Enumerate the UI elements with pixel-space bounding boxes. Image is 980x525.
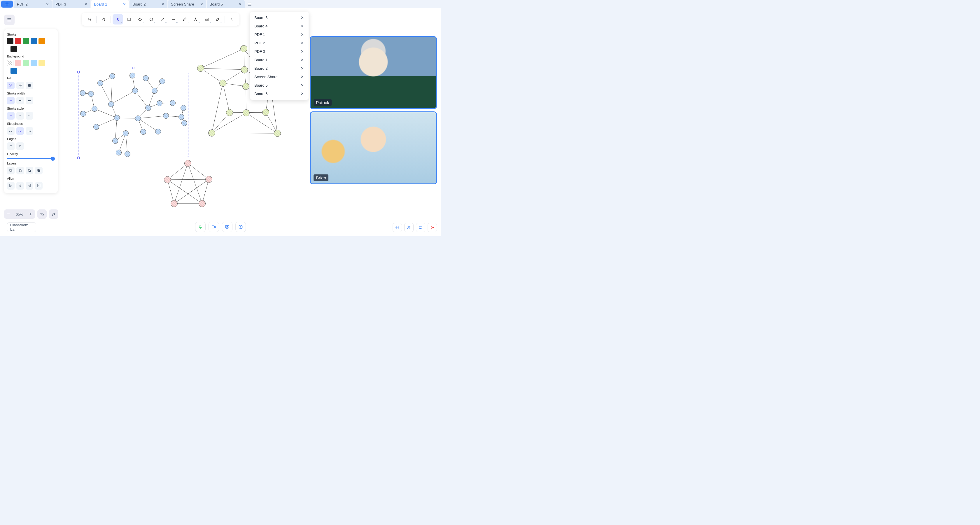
graph-node[interactable] (242, 83, 250, 90)
dropdown-item[interactable]: Board 5✕ (250, 81, 309, 89)
resize-handle-ne[interactable] (187, 71, 189, 73)
svg-rect-76 (200, 225, 201, 228)
graph-node[interactable] (164, 176, 171, 183)
dropdown-item[interactable]: PDF 1✕ (250, 30, 309, 39)
dropdown-item-label: PDF 1 (255, 32, 265, 37)
close-icon[interactable]: ✕ (300, 92, 304, 96)
close-icon[interactable]: ✕ (300, 58, 304, 62)
camera-button[interactable] (208, 222, 219, 232)
svg-line-52 (223, 83, 229, 113)
svg-line-68 (174, 163, 188, 204)
settings-button[interactable] (393, 223, 402, 232)
svg-point-80 (397, 227, 398, 228)
svg-line-63 (212, 83, 223, 133)
close-icon[interactable]: ✕ (300, 75, 304, 79)
svg-line-72 (167, 180, 202, 204)
svg-line-67 (188, 163, 209, 180)
tabs-dropdown: Board 3✕Board 4✕PDF 1✕PDF 2✕PDF 3✕Board … (250, 12, 309, 100)
graph-node[interactable] (171, 200, 178, 207)
svg-point-82 (409, 227, 410, 228)
graph-node[interactable] (226, 109, 233, 116)
dropdown-item[interactable]: Board 1✕ (250, 56, 309, 64)
chat-button[interactable] (416, 223, 425, 232)
video-tile-brien[interactable]: Brien (310, 111, 437, 185)
svg-line-45 (200, 68, 223, 83)
resize-handle-sw[interactable] (77, 157, 80, 159)
call-controls (195, 222, 246, 232)
svg-line-60 (246, 113, 277, 133)
close-icon[interactable]: ✕ (300, 16, 304, 20)
graph-node[interactable] (262, 109, 269, 116)
dropdown-item-label: Board 2 (255, 66, 268, 71)
close-icon[interactable]: ✕ (300, 49, 304, 54)
video-panel: Patrick Brien (310, 36, 437, 185)
dropdown-item[interactable]: PDF 2✕ (250, 39, 309, 47)
dropdown-item[interactable]: PDF 3✕ (250, 47, 309, 56)
graph-node[interactable] (199, 200, 205, 207)
video-name: Brien (313, 174, 328, 181)
graph-node[interactable] (240, 45, 247, 52)
graph-node[interactable] (197, 65, 204, 72)
graph-node[interactable] (205, 176, 212, 183)
video-feed (310, 112, 436, 183)
dropdown-item-label: Board 3 (255, 16, 268, 20)
graph-node[interactable] (185, 160, 191, 167)
svg-rect-77 (212, 226, 215, 228)
dropdown-item-label: Screen Share (255, 75, 278, 79)
screenshare-button[interactable] (222, 222, 232, 232)
close-icon[interactable]: ✕ (300, 32, 304, 37)
resize-handle-nw[interactable] (77, 71, 80, 73)
video-tile-patrick[interactable]: Patrick (310, 36, 437, 109)
mic-button[interactable] (195, 222, 205, 232)
graph-node[interactable] (243, 110, 250, 116)
dropdown-item-label: PDF 3 (255, 49, 265, 54)
close-icon[interactable]: ✕ (300, 66, 304, 71)
rotate-handle[interactable] (132, 67, 134, 69)
dropdown-item-label: Board 6 (255, 92, 268, 96)
video-name: Patrick (313, 99, 332, 106)
dropdown-item[interactable]: Board 6✕ (250, 89, 309, 98)
svg-line-57 (212, 113, 229, 133)
svg-point-81 (408, 226, 409, 228)
participants-button[interactable] (404, 223, 414, 232)
close-icon[interactable]: ✕ (300, 83, 304, 88)
dropdown-item[interactable]: Board 4✕ (250, 22, 309, 30)
graph-node[interactable] (220, 80, 226, 87)
bottom-right-controls (393, 223, 437, 232)
dropdown-item-label: PDF 2 (255, 41, 265, 45)
dropdown-item[interactable]: Screen Share✕ (250, 73, 309, 81)
svg-line-43 (200, 49, 244, 68)
dropdown-item[interactable]: Board 3✕ (250, 13, 309, 22)
close-icon[interactable]: ✕ (300, 24, 304, 28)
dropdown-item-label: Board 5 (255, 83, 268, 88)
svg-line-66 (167, 163, 188, 180)
svg-line-54 (246, 86, 246, 113)
svg-line-73 (174, 180, 209, 204)
resize-handle-se[interactable] (187, 157, 189, 159)
dropdown-item-label: Board 1 (255, 58, 268, 62)
graph-node[interactable] (208, 129, 215, 137)
svg-line-44 (200, 68, 244, 70)
video-feed (310, 37, 436, 108)
dropdown-item-label: Board 4 (255, 24, 268, 28)
leave-button[interactable] (428, 223, 437, 232)
dropdown-item[interactable]: Board 2✕ (250, 64, 309, 73)
svg-line-48 (223, 70, 244, 83)
graph-node[interactable] (241, 66, 248, 73)
svg-line-69 (188, 163, 202, 204)
close-icon[interactable]: ✕ (300, 41, 304, 45)
graph-node[interactable] (274, 130, 281, 137)
record-button[interactable] (235, 222, 246, 232)
selection-box[interactable] (78, 72, 188, 158)
